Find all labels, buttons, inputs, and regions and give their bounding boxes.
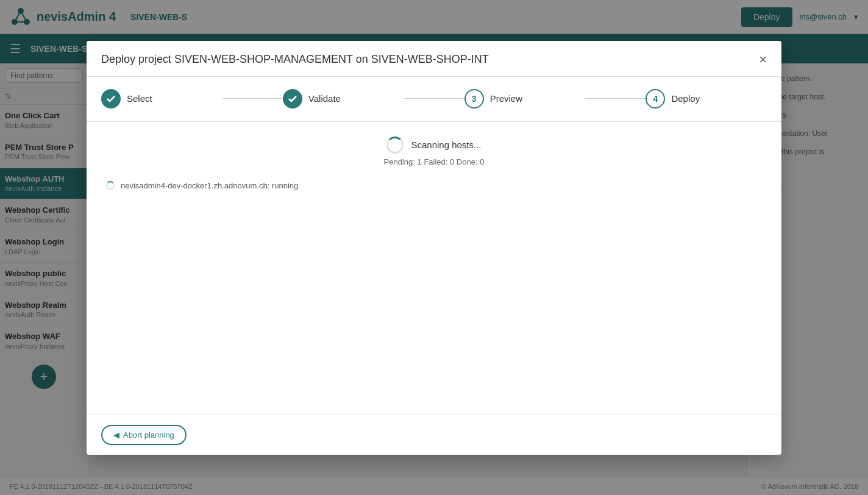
modal-overlay: Deploy project SIVEN-WEB-SHOP-MANAGEMENT… (0, 0, 868, 495)
step-circle-select (101, 89, 121, 109)
step-sep-1 (222, 98, 283, 99)
modal-close-button[interactable]: × (759, 53, 767, 66)
host-spinner (106, 181, 115, 190)
step-label-preview: Preview (490, 93, 522, 104)
step-circle-validate (283, 89, 302, 109)
abort-button-label: Abort planning (123, 430, 174, 440)
step-select: Select (101, 89, 222, 109)
modal-header: Deploy project SIVEN-WEB-SHOP-MANAGEMENT… (87, 41, 781, 77)
steps-bar: Select Validate 3 Preview (87, 77, 781, 122)
step-label-validate: Validate (308, 93, 341, 104)
checkmark-icon (106, 94, 116, 104)
step-sep-2 (404, 98, 464, 99)
step-preview: 3 Preview (464, 89, 586, 109)
step-label-deploy: Deploy (671, 93, 700, 104)
chevron-left-icon: ◀ (113, 430, 119, 440)
step-label-select: Select (127, 93, 152, 104)
deploy-modal: Deploy project SIVEN-WEB-SHOP-MANAGEMENT… (87, 41, 781, 455)
modal-body: Scanning hosts... Pending: 1 Failed: 0 D… (87, 122, 781, 415)
step-number-preview: 3 (472, 94, 477, 104)
scanning-status: Scanning hosts... Pending: 1 Failed: 0 D… (101, 137, 767, 166)
checkmark-icon (288, 94, 297, 104)
abort-planning-button[interactable]: ◀ Abort planning (101, 425, 187, 445)
host-line-1: nevisadmin4-dev-docker1.zh.adnovum.ch: r… (101, 181, 767, 190)
modal-footer: ◀ Abort planning (87, 415, 781, 455)
step-sep-3 (585, 98, 646, 99)
spinner-row: Scanning hosts... (386, 137, 481, 154)
scanning-title: Scanning hosts... (411, 140, 481, 150)
scanning-status-text: Pending: 1 Failed: 0 Done: 0 (384, 157, 485, 166)
step-circle-deploy: 4 (646, 89, 665, 109)
step-circle-preview: 3 (464, 89, 484, 109)
host-name: nevisadmin4-dev-docker1.zh.adnovum.ch (121, 181, 268, 190)
host-status: running (272, 181, 298, 190)
loading-spinner (386, 137, 404, 154)
step-deploy: 4 Deploy (646, 89, 767, 109)
modal-title: Deploy project SIVEN-WEB-SHOP-MANAGEMENT… (101, 53, 489, 66)
host-name-text: nevisadmin4-dev-docker1.zh.adnovum.ch: r… (121, 181, 298, 190)
step-validate: Validate (283, 89, 404, 109)
step-number-deploy: 4 (653, 94, 658, 104)
